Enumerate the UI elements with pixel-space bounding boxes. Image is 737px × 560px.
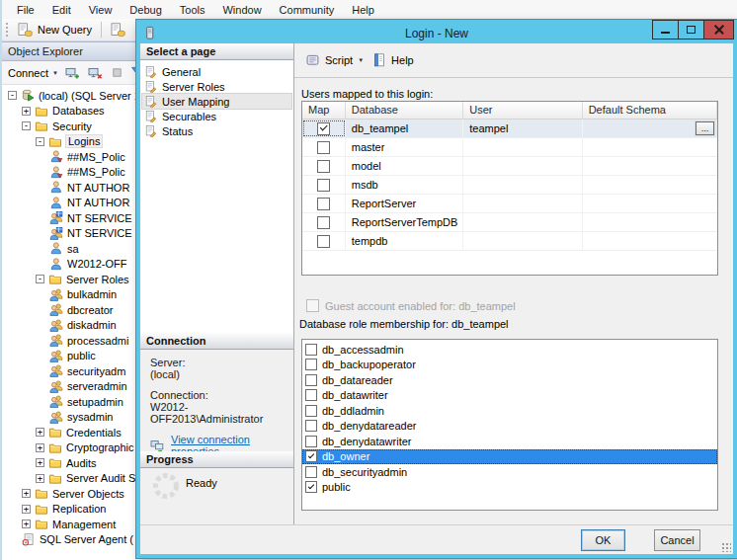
role-checkbox[interactable] (305, 450, 317, 462)
toolbar-grip[interactable] (6, 23, 9, 37)
map-checkbox[interactable] (317, 216, 330, 229)
page-icon (145, 81, 157, 93)
expand-icon[interactable]: + (22, 107, 31, 116)
role-item-db-denydatawriter[interactable]: db_denydatawriter (302, 434, 717, 449)
new-query-button[interactable]: New Query (13, 20, 97, 40)
role-checkbox[interactable] (305, 389, 317, 401)
ok-button[interactable]: OK (581, 529, 625, 551)
users-icon (49, 303, 63, 316)
check-icon (308, 452, 314, 458)
collapse-icon[interactable]: - (36, 137, 44, 146)
role-item-db-ddladmin[interactable]: db_ddladmin (302, 403, 717, 419)
table-row-reportserver[interactable]: ReportServer (302, 195, 717, 213)
resize-grip[interactable] (720, 541, 731, 552)
collapse-icon[interactable]: - (22, 121, 31, 130)
role-item-db-owner[interactable]: db_owner (302, 449, 717, 465)
map-checkbox[interactable] (317, 198, 330, 210)
minimize-button[interactable] (652, 20, 679, 40)
expand-icon[interactable]: + (22, 489, 31, 498)
agent-icon (22, 533, 36, 546)
help-button[interactable]: Help (369, 51, 417, 69)
disconnect-server-icon[interactable] (88, 66, 104, 80)
table-row-tempdb[interactable]: tempdb (302, 232, 717, 251)
help-icon (372, 53, 386, 67)
map-checkbox[interactable] (317, 160, 330, 173)
progress-info: Ready (140, 468, 293, 524)
menu-debug[interactable]: Debug (121, 2, 170, 18)
role-label: db_datawriter (322, 389, 388, 401)
menu-view[interactable]: View (80, 2, 122, 18)
default-schema-cell (583, 138, 717, 156)
role-checkbox[interactable] (305, 359, 317, 370)
role-checkbox[interactable] (305, 481, 317, 493)
table-row-reportservertempdb[interactable]: ReportServerTempDB (302, 213, 717, 232)
menu-window[interactable]: Window (213, 2, 270, 18)
maximize-button[interactable] (678, 20, 704, 40)
expand-icon[interactable]: + (22, 505, 31, 514)
script-button[interactable]: Script (302, 51, 356, 69)
connect-dropdown[interactable]: Connect ▼ (8, 67, 58, 79)
menu-file[interactable]: File (8, 2, 43, 18)
table-row-model[interactable]: model (302, 157, 717, 176)
map-checkbox[interactable] (317, 179, 330, 192)
role-item-db-accessadmin[interactable]: db_accessadmin (302, 342, 717, 358)
tree-item-label: Databases (52, 105, 105, 117)
role-item-public[interactable]: public (302, 480, 717, 496)
map-checkbox[interactable] (317, 122, 330, 135)
dialog-body: Select a page GeneralServer RolesUser Ma… (140, 43, 733, 524)
database-engine-query-button[interactable] (106, 20, 131, 40)
folder-icon (35, 120, 48, 132)
map-checkbox[interactable] (317, 235, 330, 248)
dialog-left-pane: Select a page GeneralServer RolesUser Ma… (140, 43, 293, 524)
role-checkbox[interactable] (305, 436, 317, 447)
table-row-master[interactable]: master (302, 138, 717, 157)
expand-icon[interactable]: + (36, 428, 44, 437)
menu-bar: FileEditViewDebugToolsWindowCommunityHel… (2, 0, 737, 19)
menu-community[interactable]: Community (271, 2, 344, 18)
role-item-db-backupoperator[interactable]: db_backupoperator (302, 358, 717, 373)
page-item-server-roles[interactable]: Server Roles (142, 79, 291, 94)
table-row-msdb[interactable]: msdb (302, 176, 717, 195)
role-checkbox[interactable] (305, 405, 317, 417)
expand-icon[interactable]: + (36, 458, 44, 467)
expand-icon[interactable]: + (36, 474, 44, 483)
role-item-db-securityadmin[interactable]: db_securityadmin (302, 464, 717, 480)
expand-icon[interactable]: + (22, 520, 31, 528)
chevron-down-icon: ▼ (52, 70, 58, 76)
guest-account-checkbox[interactable] (306, 299, 319, 312)
role-label: db_denydatawriter (322, 436, 412, 447)
cancel-button[interactable]: Cancel (654, 529, 700, 551)
expand-icon[interactable]: + (36, 443, 44, 452)
role-item-db-datareader[interactable]: db_datareader (302, 372, 717, 388)
tree-item-label: processadmi (67, 335, 128, 347)
close-icon (714, 25, 724, 35)
collapse-icon[interactable]: - (36, 275, 44, 283)
script-dropdown-arrow[interactable]: ▼ (356, 57, 369, 63)
page-list: GeneralServer RolesUser MappingSecurable… (140, 60, 293, 333)
close-button[interactable] (703, 20, 734, 40)
menu-help[interactable]: Help (343, 2, 383, 18)
map-checkbox[interactable] (317, 141, 330, 154)
page-item-status[interactable]: Status (142, 123, 291, 138)
menu-tools[interactable]: Tools (171, 2, 214, 18)
map-cell (302, 176, 346, 194)
page-item-general[interactable]: General (142, 64, 291, 79)
connect-server-icon[interactable] (65, 66, 81, 80)
role-checkbox[interactable] (305, 420, 317, 432)
role-checkbox[interactable] (305, 344, 317, 356)
tree-item-label: Management (52, 519, 116, 530)
role-item-db-denydatareader[interactable]: db_denydatareader (302, 419, 717, 435)
table-row-db-teampel[interactable]: db_teampelteampel... (302, 120, 717, 138)
default-schema-browse-button[interactable]: ... (696, 121, 714, 135)
role-checkbox[interactable] (305, 466, 317, 478)
page-item-user-mapping[interactable]: User Mapping (142, 94, 291, 109)
menu-edit[interactable]: Edit (43, 2, 80, 18)
role-checkbox[interactable] (305, 374, 317, 386)
collapse-icon[interactable]: - (8, 91, 17, 100)
dialog-titlebar[interactable]: Login - New (140, 24, 733, 43)
page-item-securables[interactable]: Securables (142, 109, 291, 123)
role-item-db-datawriter[interactable]: db_datawriter (302, 388, 717, 404)
map-cell (302, 232, 346, 250)
tree-item-label: Server Audit Sp (66, 472, 141, 484)
page-icon (145, 96, 157, 108)
